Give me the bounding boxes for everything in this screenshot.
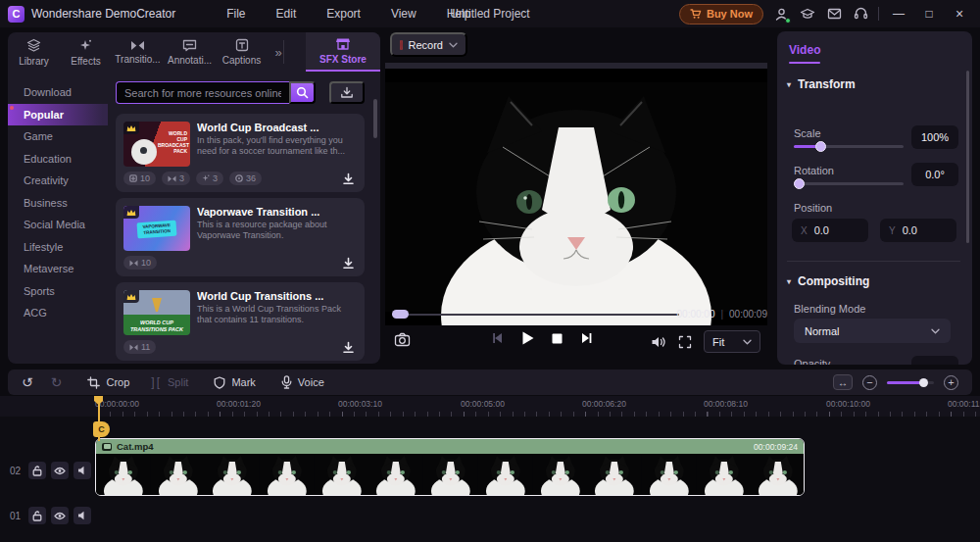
tab-captions[interactable]: Captions xyxy=(216,38,268,66)
position-y-field[interactable]: Y 0.0 xyxy=(880,219,956,242)
timeline-marker[interactable]: C xyxy=(93,421,110,437)
timeline-ruler[interactable]: 00:00:00:00 00:00:01:20 00:00:03:10 00:0… xyxy=(0,396,980,417)
support-icon[interactable] xyxy=(852,5,869,23)
scale-slider-handle[interactable] xyxy=(815,141,826,152)
sidebar-item-popular[interactable]: Popular xyxy=(8,104,108,126)
play-button[interactable] xyxy=(520,330,535,346)
tab-transitions[interactable]: Transitio... xyxy=(112,40,164,65)
menu-help[interactable]: Help xyxy=(447,7,471,21)
menu-file[interactable]: File xyxy=(226,7,245,21)
sidebar-item-education[interactable]: Education xyxy=(8,148,108,171)
menu-view[interactable]: View xyxy=(391,7,416,21)
close-button[interactable]: × xyxy=(949,6,970,22)
rotation-value-field[interactable]: 0.0° xyxy=(911,163,958,186)
clip-cat-mp4[interactable]: Cat.mp4 00:00:09:24 xyxy=(95,438,805,496)
toggle-visibility-button[interactable] xyxy=(51,462,69,479)
menu-edit[interactable]: Edit xyxy=(276,7,297,21)
tutorial-icon[interactable] xyxy=(799,5,816,23)
download-button[interactable] xyxy=(342,257,355,270)
snapshot-camera-button[interactable] xyxy=(394,332,411,347)
transform-section-header[interactable]: ▾ Transform xyxy=(787,77,856,91)
lock-track-button[interactable] xyxy=(28,462,46,479)
video-preview[interactable] xyxy=(385,63,767,325)
badge-count: 3 xyxy=(213,173,218,183)
sidebar-item-acg[interactable]: ACG xyxy=(8,302,108,324)
redo-button[interactable]: ↻ xyxy=(51,374,63,390)
menu-export[interactable]: Export xyxy=(326,7,361,21)
badge-count: 11 xyxy=(141,342,150,352)
mute-track-button[interactable] xyxy=(74,507,91,524)
compositing-section-header[interactable]: ▾ Compositing xyxy=(787,274,869,288)
position-x-field[interactable]: X 0.0 xyxy=(792,219,868,242)
scale-slider[interactable] xyxy=(794,145,904,148)
undo-button[interactable]: ↺ xyxy=(22,374,33,390)
sidebar-item-social-media[interactable]: Social Media xyxy=(8,214,108,236)
scale-value-field[interactable]: 100% xyxy=(911,125,958,149)
opacity-value-field[interactable] xyxy=(911,356,958,365)
previous-frame-button[interactable] xyxy=(491,331,505,345)
chevron-down-icon xyxy=(931,328,940,334)
card-list-scrollbar[interactable] xyxy=(373,99,377,138)
download-button[interactable] xyxy=(342,172,355,185)
search-button[interactable] xyxy=(289,81,316,104)
rotation-slider[interactable] xyxy=(794,182,904,185)
clip-duration: 00:00:09:24 xyxy=(754,442,798,452)
split-label: Split xyxy=(168,376,188,388)
sidebar-item-lifestyle[interactable]: Lifestyle xyxy=(8,236,108,259)
zoom-slider-handle[interactable] xyxy=(919,378,928,387)
fit-dropdown[interactable]: Fit xyxy=(704,330,760,353)
progress-track[interactable] xyxy=(392,314,679,316)
resource-card-world-cup-broadcast[interactable]: WORLD CUP BROADCAST PACK World Cup Broad… xyxy=(116,114,365,192)
mark-tool[interactable]: Mark xyxy=(214,376,255,389)
sidebar-item-business[interactable]: Business xyxy=(8,192,108,215)
sticker-count-badge: 10 xyxy=(123,172,156,185)
fullscreen-icon[interactable] xyxy=(678,335,692,349)
fit-timeline-button[interactable]: ↔ xyxy=(833,374,853,390)
search-input[interactable] xyxy=(116,81,289,104)
feedback-icon[interactable] xyxy=(825,5,843,23)
zoom-in-button[interactable]: + xyxy=(944,375,958,390)
download-button[interactable] xyxy=(342,341,355,354)
fit-dropdown-value: Fit xyxy=(712,336,724,348)
sidebar-item-creativity[interactable]: Creativity xyxy=(8,170,108,192)
split-tool[interactable]: ][ Split xyxy=(151,375,188,389)
crop-tool[interactable]: Crop xyxy=(87,376,129,389)
next-frame-button[interactable] xyxy=(579,331,593,345)
timeline-zoom-slider[interactable] xyxy=(887,381,934,384)
tab-sfx-store[interactable]: SFX Store xyxy=(306,32,380,72)
import-button[interactable] xyxy=(329,81,365,104)
tab-effects[interactable]: Effects xyxy=(60,38,112,67)
volume-icon[interactable] xyxy=(651,335,666,349)
zoom-out-button[interactable]: − xyxy=(862,375,877,390)
mute-track-button[interactable] xyxy=(74,462,91,479)
toggle-visibility-button[interactable] xyxy=(51,507,69,524)
tab-annotations[interactable]: Annotati... xyxy=(164,38,216,66)
resource-card-world-cup-transitions[interactable]: WORLD CUP TRANSITIONS PACK World Cup Tra… xyxy=(116,282,365,361)
blending-mode-dropdown[interactable]: Normal xyxy=(794,319,951,343)
sidebar-item-game[interactable]: Game xyxy=(8,125,108,148)
premium-crown-icon xyxy=(123,122,139,134)
time-separator: | xyxy=(720,309,723,320)
voice-label: Voice xyxy=(298,376,324,388)
voice-tool[interactable]: Voice xyxy=(281,375,324,389)
buy-now-button[interactable]: Buy Now xyxy=(679,4,763,25)
minimize-button[interactable]: — xyxy=(888,7,909,21)
rotation-slider-handle[interactable] xyxy=(794,178,805,189)
sidebar-item-download[interactable]: Download xyxy=(8,81,108,104)
tab-video-properties[interactable]: Video xyxy=(789,43,820,57)
progress-playhead[interactable] xyxy=(392,310,409,319)
properties-scrollbar[interactable] xyxy=(966,71,969,243)
tab-library[interactable]: Library xyxy=(8,38,60,67)
search-bar xyxy=(116,81,316,104)
sidebar-item-sports[interactable]: Sports xyxy=(8,280,108,303)
more-tabs-chevron[interactable]: » xyxy=(268,45,289,60)
maximize-button[interactable]: □ xyxy=(918,7,940,21)
account-icon[interactable] xyxy=(772,5,790,23)
chevron-down-icon[interactable] xyxy=(449,42,458,48)
main-area: Library Effects Transitio... xyxy=(0,27,980,366)
sidebar-item-metaverse[interactable]: Metaverse xyxy=(8,258,108,280)
lock-track-button[interactable] xyxy=(28,507,46,524)
stop-button[interactable] xyxy=(551,332,564,345)
record-button[interactable]: Record xyxy=(390,32,467,57)
resource-card-vaporwave-transition[interactable]: VAPORWAVE TRANSITION Vaporwave Transitio… xyxy=(116,198,365,276)
